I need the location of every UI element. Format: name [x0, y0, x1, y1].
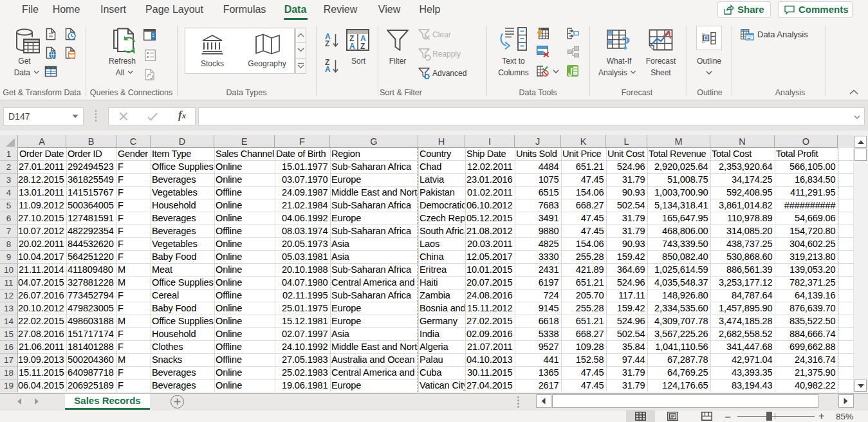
- svg-text:A: A: [349, 42, 355, 51]
- svg-text:?: ?: [621, 32, 631, 53]
- svg-text:Z: Z: [360, 42, 365, 51]
